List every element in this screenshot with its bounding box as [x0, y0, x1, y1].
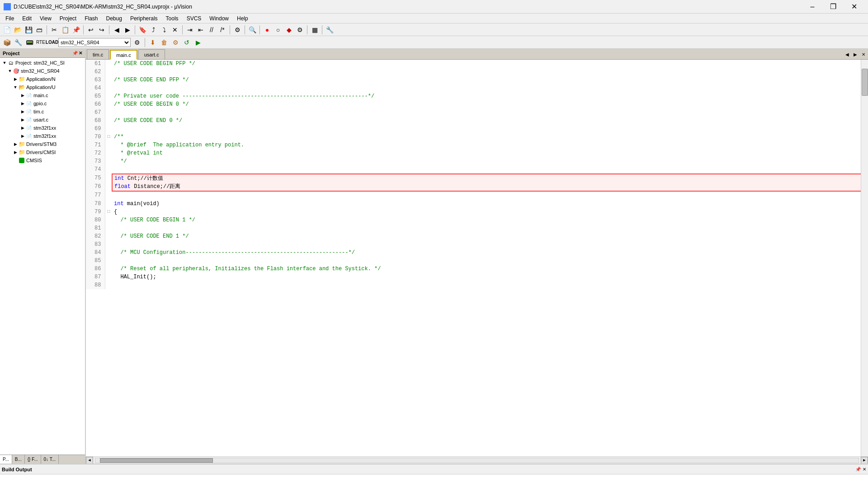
tab-timc[interactable]: tim.c	[87, 49, 109, 59]
window-layout-btn[interactable]: ▦	[310, 25, 320, 35]
new-file-btn[interactable]: 📄	[2, 25, 12, 35]
menu-debug[interactable]: Debug	[103, 14, 126, 23]
outdent-btn[interactable]: ⇤	[196, 25, 206, 35]
tab-nav-close[interactable]: ✕	[860, 49, 867, 59]
code-col[interactable]: * @retval int	[112, 149, 861, 157]
nav-fwd-btn[interactable]: ▶	[123, 25, 132, 35]
panel-btab-functions[interactable]: {} F...	[25, 455, 41, 464]
tab-usartc[interactable]: usart.c	[138, 49, 165, 59]
close-button[interactable]: ✕	[844, 0, 864, 14]
panel-close-button[interactable]: ✕	[79, 51, 82, 56]
code-col[interactable]	[112, 84, 861, 92]
tab-nav-left[interactable]: ◀	[844, 49, 851, 59]
run2-btn[interactable]: ▶	[193, 38, 203, 47]
debug-settings-btn[interactable]: ⚙	[295, 25, 305, 35]
code-col[interactable]: /* USER CODE END 0 */	[112, 117, 861, 125]
stop-btn[interactable]: ○	[273, 25, 283, 35]
maximize-button[interactable]: ❐	[823, 0, 844, 14]
horizontal-scrollbar-thumb[interactable]	[100, 458, 213, 463]
code-col[interactable]	[112, 191, 861, 200]
tree-cmsis[interactable]: CMSIS	[0, 156, 85, 164]
code-col[interactable]: /* Reset of all peripherals, Initializes…	[112, 265, 861, 273]
horizontal-scroll-track[interactable]	[95, 458, 859, 463]
indent-btn[interactable]: ⇥	[185, 25, 195, 35]
settings-btn[interactable]: 🔧	[325, 25, 335, 35]
tree-folder-appn[interactable]: ▶ 📁 Application/N	[0, 75, 85, 83]
panel-pin-button[interactable]: 📌	[72, 51, 78, 56]
tree-file-usartc[interactable]: ▶ 📄 usart.c	[0, 116, 85, 124]
tree-root[interactable]: ▼ 🗂 Project: stm32_HC_SI	[0, 59, 85, 67]
code-col[interactable]: /* USER CODE END 1 */	[112, 232, 861, 240]
code-content[interactable]: 61 /* USER CODE BEGIN PFP */ 62 63	[86, 60, 861, 456]
uncomment-btn[interactable]: /*	[217, 25, 227, 35]
menu-flash[interactable]: Flash	[81, 14, 101, 23]
board-btn[interactable]: 📟	[24, 38, 34, 47]
prev-bookmark-btn[interactable]: ⤴	[148, 25, 158, 35]
scroll-left-button[interactable]: ◀	[86, 457, 93, 464]
code-col[interactable]	[112, 68, 861, 76]
code-col[interactable]: /* USER CODE END PFP */	[112, 76, 861, 84]
code-col[interactable]	[112, 281, 861, 289]
menu-edit[interactable]: Edit	[19, 14, 35, 23]
menu-file[interactable]: File	[2, 14, 18, 23]
menu-help[interactable]: Help	[233, 14, 252, 23]
cut-btn[interactable]: ✂	[49, 25, 59, 35]
tree-target[interactable]: ▼ 🎯 stm32_HC_SR04	[0, 67, 85, 75]
tree-folder-drvstm[interactable]: ▶ 📁 Drivers/STM3	[0, 140, 85, 148]
vertical-scrollbar-thumb[interactable]	[862, 69, 868, 96]
clear-bookmark-btn[interactable]: ✕	[170, 25, 180, 35]
code-col[interactable]: {	[112, 208, 861, 216]
code-col[interactable]: /* Private user code -------------------…	[112, 92, 861, 100]
code-col[interactable]: HAL_Init();	[112, 273, 861, 281]
undo-btn[interactable]: ↩	[86, 25, 96, 35]
menu-window[interactable]: Window	[206, 14, 232, 23]
tab-nav-right[interactable]: ▶	[852, 49, 859, 59]
code-col-highlighted-2[interactable]: float Distance;//距离	[112, 183, 861, 191]
code-col[interactable]	[112, 224, 861, 232]
rte-btn[interactable]: RTE	[36, 38, 46, 47]
open-btn[interactable]: 📂	[13, 25, 23, 35]
code-col[interactable]	[112, 240, 861, 249]
code-col[interactable]: int main(void)	[112, 200, 861, 208]
copy-btn[interactable]: 📋	[60, 25, 70, 35]
code-col[interactable]	[112, 257, 861, 265]
redo-btn[interactable]: ↪	[97, 25, 107, 35]
horizontal-scrollbar[interactable]: ◀ ▶	[86, 456, 868, 464]
target-settings-btn[interactable]: ⚙	[132, 38, 142, 47]
bottom-pin-button[interactable]: 📌	[855, 467, 861, 472]
component-btn[interactable]: 🔧	[13, 38, 23, 47]
debug-btn[interactable]: ◆	[284, 25, 294, 35]
menu-tools[interactable]: Tools	[162, 14, 182, 23]
code-col[interactable]: /* USER CODE BEGIN 1 */	[112, 216, 861, 224]
load-btn[interactable]: LOAD	[47, 38, 57, 47]
tree-file-gpioc[interactable]: ▶ 📄 gpio.c	[0, 99, 85, 108]
flash-options-btn[interactable]: ⚙	[170, 38, 180, 47]
code-col[interactable]	[112, 165, 861, 174]
paste-btn[interactable]: 📌	[71, 25, 81, 35]
bottom-close-button[interactable]: ✕	[863, 467, 866, 472]
tab-mainc[interactable]: main.c	[110, 50, 137, 60]
flash-erase-btn[interactable]: 🗑	[159, 38, 169, 47]
minimize-button[interactable]: –	[802, 0, 823, 14]
target-select[interactable]: stm32_HC_SR04	[58, 38, 131, 47]
menu-peripherals[interactable]: Peripherals	[127, 14, 161, 23]
code-col-highlighted-1[interactable]: int Cnt;//计数值	[112, 174, 861, 183]
build-target-btn[interactable]: ⚙	[232, 25, 242, 35]
vertical-scrollbar[interactable]	[861, 60, 868, 456]
code-col[interactable]: /* MCU Configuration--------------------…	[112, 249, 861, 257]
nav-back-btn[interactable]: ◀	[112, 25, 122, 35]
code-col[interactable]: /* USER CODE BEGIN PFP */	[112, 60, 861, 68]
tree-file-timc[interactable]: ▶ 📄 tim.c	[0, 108, 85, 116]
menu-project[interactable]: Project	[56, 14, 80, 23]
menu-svcs[interactable]: SVCS	[183, 14, 205, 23]
panel-btab-build[interactable]: B...	[12, 455, 25, 464]
panel-btab-templates[interactable]: 0↓ T...	[41, 455, 59, 464]
code-col[interactable]: /**	[112, 133, 861, 141]
code-col[interactable]	[112, 108, 861, 117]
find-btn[interactable]: 🔍	[247, 25, 257, 35]
tree-file-mainc[interactable]: ▶ 📄 main.c	[0, 91, 85, 99]
tree-file-stm2[interactable]: ▶ 📄 stm32f1xx	[0, 132, 85, 140]
save-btn[interactable]: 💾	[24, 25, 33, 35]
comment-btn[interactable]: //	[207, 25, 217, 35]
next-bookmark-btn[interactable]: ⤵	[159, 25, 169, 35]
